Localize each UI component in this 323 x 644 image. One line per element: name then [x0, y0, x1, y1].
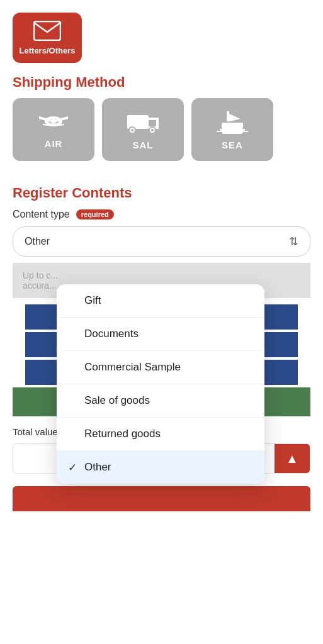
svg-rect-15	[227, 111, 229, 121]
sale-of-goods-label: Sale of goods	[84, 394, 150, 406]
svg-rect-17	[222, 123, 243, 129]
dropdown-item-returned-goods[interactable]: Returned goods	[57, 418, 264, 451]
gift-label: Gift	[84, 294, 101, 306]
header-icon-card: Letters/Others	[13, 13, 82, 63]
description-text: Up to c...accura...	[23, 270, 58, 291]
sea-label: SEA	[222, 140, 243, 150]
commercial-sample-label: Commercial Sample	[84, 361, 181, 373]
content-type-required-badge: required	[76, 209, 114, 219]
other-label: Other	[84, 461, 111, 473]
air-label: AIR	[45, 138, 63, 149]
total-up-button[interactable]: ▲	[275, 444, 310, 473]
table-cell-blue-2	[260, 304, 298, 330]
svg-marker-16	[229, 114, 241, 121]
sal-label: SAL	[133, 140, 154, 150]
truck-icon	[126, 109, 160, 136]
svg-rect-0	[34, 21, 60, 40]
up-arrow-icon: ▲	[286, 452, 298, 466]
dropdown-item-documents[interactable]: Documents	[57, 318, 264, 351]
select-value: Other	[25, 236, 50, 247]
bottom-red-bar	[13, 486, 310, 511]
dropdown-item-other[interactable]: ✓ Other	[57, 451, 264, 484]
register-contents-title: Register Contents	[0, 174, 323, 209]
content-type-dropdown: Gift Documents Commercial Sample Sale of…	[57, 284, 264, 484]
header-icon-label: Letters/Others	[20, 46, 76, 55]
table-cell-blue-4	[260, 332, 298, 357]
svg-point-12	[131, 129, 133, 131]
sea-method-button[interactable]: SEA	[191, 98, 273, 161]
returned-goods-label: Returned goods	[84, 428, 161, 440]
air-icon	[37, 110, 71, 135]
dropdown-item-commercial-sample[interactable]: Commercial Sample	[57, 351, 264, 384]
shipping-methods-container: AIR SAL SEA	[0, 98, 323, 174]
air-method-button[interactable]: AIR	[13, 98, 94, 161]
ship-icon	[215, 109, 249, 136]
envelope-icon	[33, 21, 61, 43]
content-type-row: Content type required	[13, 209, 310, 220]
checkmark-icon: ✓	[68, 461, 77, 474]
content-type-label: Content type	[13, 209, 70, 220]
table-cell-blue-6	[260, 360, 298, 385]
dropdown-item-gift[interactable]: Gift	[57, 284, 264, 318]
svg-rect-8	[127, 115, 149, 129]
chevron-updown-icon: ⇅	[289, 235, 298, 248]
svg-point-14	[151, 129, 154, 131]
svg-rect-10	[149, 120, 156, 126]
svg-point-7	[51, 119, 56, 124]
content-type-select[interactable]: Other ⇅	[13, 226, 310, 257]
dropdown-item-sale-of-goods[interactable]: Sale of goods	[57, 384, 264, 418]
documents-label: Documents	[84, 328, 139, 340]
sal-method-button[interactable]: SAL	[102, 98, 184, 161]
shipping-section-title: Shipping Method	[0, 63, 323, 98]
